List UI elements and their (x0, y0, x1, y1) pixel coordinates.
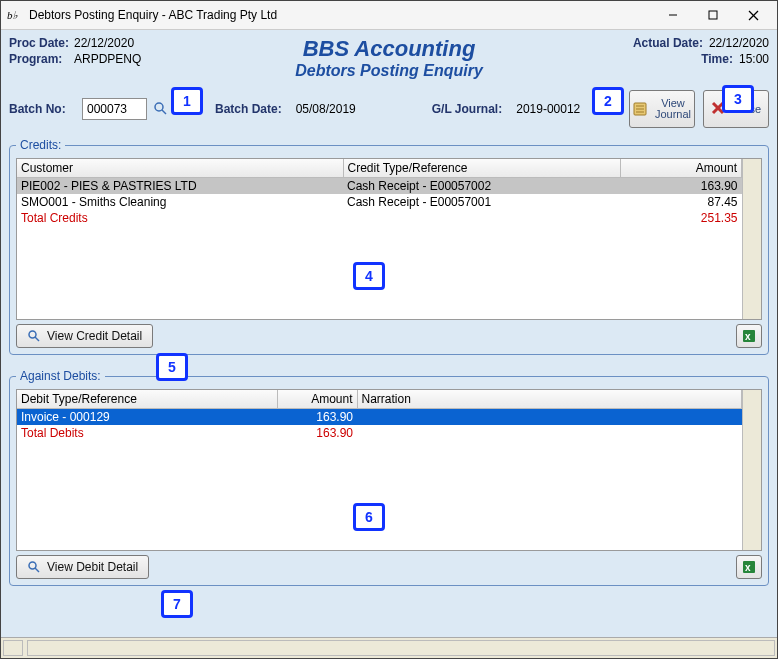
credits-group: Credits: Customer Credit Type/Reference … (9, 138, 769, 355)
credits-legend: Credits: (16, 138, 65, 152)
svg-point-5 (155, 103, 163, 111)
credits-grid[interactable]: Customer Credit Type/Reference Amount PI… (17, 159, 742, 319)
table-row[interactable]: Invoice - 000129 163.90 (17, 409, 742, 426)
batch-no-input[interactable] (82, 98, 147, 120)
proc-date-label: Proc Date: (9, 36, 74, 50)
batch-date-value: 05/08/2019 (296, 102, 356, 116)
time-value: 15:00 (739, 52, 769, 66)
svg-line-18 (35, 568, 39, 572)
credits-footer: View Credit Detail x (16, 324, 762, 348)
magnifier-icon (27, 329, 41, 343)
credits-col-type[interactable]: Credit Type/Reference (343, 159, 621, 178)
credits-col-amount[interactable]: Amount (621, 159, 742, 178)
close-icon (711, 101, 727, 117)
maximize-button[interactable] (693, 3, 733, 27)
excel-icon: x (742, 329, 756, 343)
debits-grid-gutter (742, 390, 761, 550)
close-window-button[interactable] (733, 3, 773, 27)
svg-point-13 (29, 331, 36, 338)
svg-point-17 (29, 562, 36, 569)
batch-no-field (82, 98, 169, 120)
svg-rect-2 (709, 11, 717, 19)
lookup-icon[interactable] (153, 101, 169, 117)
view-debit-detail-button[interactable]: View Debit Detail (16, 555, 149, 579)
magnifier-icon (27, 560, 41, 574)
app-icon: b♭ (7, 7, 23, 23)
export-excel-credits-button[interactable]: x (736, 324, 762, 348)
credits-grid-gutter (742, 159, 761, 319)
program-value: ARPDPENQ (74, 52, 141, 66)
minimize-button[interactable] (653, 3, 693, 27)
view-credit-detail-button[interactable]: View Credit Detail (16, 324, 153, 348)
export-excel-debits-button[interactable]: x (736, 555, 762, 579)
credits-col-customer[interactable]: Customer (17, 159, 343, 178)
callout-7: 7 (161, 590, 193, 618)
journal-icon (633, 101, 649, 117)
time-label: Time: (701, 52, 733, 66)
debits-grid-shell: Debit Type/Reference Amount Narration In… (16, 389, 762, 551)
debits-group: Against Debits: Debit Type/Reference Amo… (9, 369, 769, 586)
gl-journal-label: G/L Journal: (432, 102, 502, 116)
svg-text:x: x (745, 331, 751, 342)
debits-col-narration[interactable]: Narration (357, 390, 742, 409)
table-row[interactable]: SMO001 - Smiths Cleaning Cash Receipt - … (17, 194, 742, 210)
debits-total-row: Total Debits 163.90 (17, 425, 742, 441)
svg-line-6 (162, 110, 166, 114)
proc-date-value: 22/12/2020 (74, 36, 134, 50)
credits-total-row: Total Credits 251.35 (17, 210, 742, 226)
window-root: b♭ Debtors Posting Enquiry - ABC Trading… (0, 0, 778, 659)
svg-line-14 (35, 337, 39, 341)
credits-grid-shell: Customer Credit Type/Reference Amount PI… (16, 158, 762, 320)
actual-date-label: Actual Date: (633, 36, 703, 50)
debits-legend: Against Debits: (16, 369, 105, 383)
excel-icon: x (742, 560, 756, 574)
header-block: BBS Accounting Debtors Posting Enquiry P… (9, 36, 769, 80)
window-title: Debtors Posting Enquiry - ABC Trading Pt… (29, 8, 653, 22)
debits-col-type[interactable]: Debit Type/Reference (17, 390, 277, 409)
debits-col-amount[interactable]: Amount (277, 390, 357, 409)
status-cell-icon (3, 640, 23, 656)
view-credit-detail-label: View Credit Detail (47, 329, 142, 343)
actual-date-value: 22/12/2020 (709, 36, 769, 50)
batch-no-label: Batch No: (9, 102, 74, 116)
status-cell-main (27, 640, 775, 656)
svg-text:x: x (745, 562, 751, 573)
window-controls (653, 3, 773, 27)
close-button[interactable]: Close (703, 90, 769, 128)
view-journal-button[interactable]: View Journal (629, 90, 695, 128)
statusbar (1, 637, 777, 658)
batch-date-label: Batch Date: (215, 102, 282, 116)
debits-footer: View Debit Detail x (16, 555, 762, 579)
close-label: Close (733, 103, 761, 115)
svg-text:b♭: b♭ (7, 9, 19, 21)
view-journal-label: View Journal (655, 98, 691, 120)
titlebar: b♭ Debtors Posting Enquiry - ABC Trading… (1, 1, 777, 30)
client-area: BBS Accounting Debtors Posting Enquiry P… (1, 30, 777, 637)
program-label: Program: (9, 52, 74, 66)
batch-row: Batch No: Batch Date: 05/08/2019 G/L Jou… (9, 90, 769, 128)
table-row[interactable]: PIE002 - PIES & PASTRIES LTD Cash Receip… (17, 178, 742, 195)
gl-journal-value: 2019-00012 (516, 102, 580, 116)
debits-grid[interactable]: Debit Type/Reference Amount Narration In… (17, 390, 742, 550)
view-debit-detail-label: View Debit Detail (47, 560, 138, 574)
